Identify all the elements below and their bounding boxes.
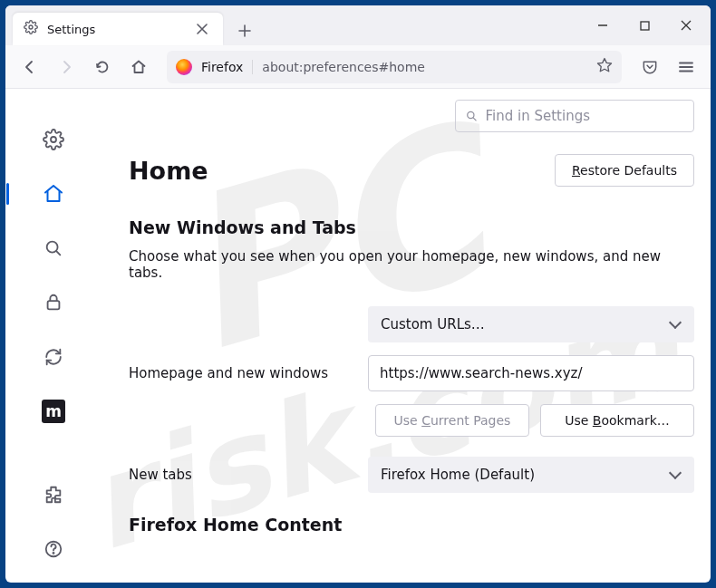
tab-title: Settings xyxy=(47,23,183,36)
homepage-label: Homepage and new windows xyxy=(129,365,350,381)
newtabs-select[interactable]: Firefox Home (Default) xyxy=(368,457,694,493)
minimize-button[interactable] xyxy=(582,7,624,43)
sidebar-item-extensions[interactable] xyxy=(39,480,68,509)
search-icon xyxy=(465,109,479,123)
svg-rect-1 xyxy=(641,22,649,30)
sidebar-item-general[interactable] xyxy=(39,125,68,154)
sidebar-item-search[interactable] xyxy=(39,234,68,263)
sidebar-item-home[interactable] xyxy=(39,179,68,208)
use-bookmark-button[interactable]: Use Bookmark… xyxy=(540,404,694,437)
url-text: about:preferences#home xyxy=(262,60,587,74)
navigation-toolbar: Firefox about:preferences#home xyxy=(5,45,711,89)
sidebar-item-privacy[interactable] xyxy=(39,288,68,317)
svg-rect-6 xyxy=(48,301,60,309)
sidebar-item-help[interactable] xyxy=(39,535,68,564)
svg-point-4 xyxy=(51,137,56,142)
sidebar-item-more[interactable]: m xyxy=(39,397,68,426)
back-button[interactable] xyxy=(15,52,45,82)
settings-search-input[interactable] xyxy=(486,108,684,124)
svg-point-0 xyxy=(29,25,33,29)
url-bar[interactable]: Firefox about:preferences#home xyxy=(167,51,622,83)
browser-tab[interactable]: Settings xyxy=(13,13,223,45)
mozilla-m-icon: m xyxy=(42,400,65,423)
homepage-url-input[interactable] xyxy=(368,355,694,391)
newtabs-label: New tabs xyxy=(129,467,350,483)
preferences-content: PCrisk.com m Home Restore Defaults xyxy=(5,89,711,583)
window-controls xyxy=(582,5,707,45)
svg-point-8 xyxy=(53,553,53,554)
firefox-home-content-title: Firefox Home Content xyxy=(129,515,694,535)
firefox-logo-icon xyxy=(176,59,192,75)
homepage-mode-select[interactable]: Custom URLs… xyxy=(368,306,694,342)
bookmark-star-icon[interactable] xyxy=(596,57,613,77)
maximize-button[interactable] xyxy=(624,7,665,43)
section-title: New Windows and Tabs xyxy=(129,217,694,237)
main-panel: Home Restore Defaults New Windows and Ta… xyxy=(102,89,711,583)
window-close-button[interactable] xyxy=(665,7,707,43)
new-tab-button[interactable] xyxy=(230,16,259,45)
reload-button[interactable] xyxy=(87,52,118,82)
page-title: Home xyxy=(129,157,208,185)
forward-button[interactable] xyxy=(51,52,82,82)
identity-label: Firefox xyxy=(201,60,253,74)
use-current-pages-button[interactable]: Use Current Pages xyxy=(375,404,529,437)
browser-window: Settings Firefox about:preferences#home xyxy=(5,5,711,583)
app-menu-button[interactable] xyxy=(671,52,701,82)
pocket-button[interactable] xyxy=(634,52,665,82)
gear-icon xyxy=(24,20,38,38)
tab-strip: Settings xyxy=(5,5,711,45)
close-icon[interactable] xyxy=(192,19,212,39)
restore-defaults-button[interactable]: Restore Defaults xyxy=(555,154,694,187)
settings-search[interactable] xyxy=(455,100,694,132)
home-button[interactable] xyxy=(123,52,154,82)
category-sidebar: m xyxy=(5,89,102,583)
sidebar-item-sync[interactable] xyxy=(39,342,68,371)
section-description: Choose what you see when you open your h… xyxy=(129,248,694,281)
